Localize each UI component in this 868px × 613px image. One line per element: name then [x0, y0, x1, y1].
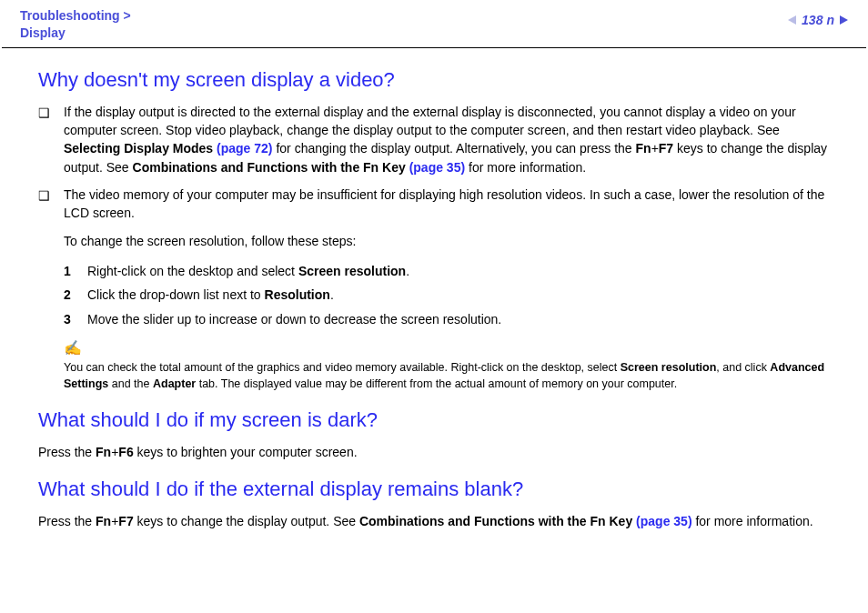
page-nav: 138 n	[788, 7, 848, 27]
text: .	[330, 287, 334, 302]
paragraph: Press the Fn+F6 keys to brighten your co…	[38, 443, 839, 461]
step-text: Move the slider up to increase or down t…	[87, 307, 839, 332]
list-item: 3 Move the slider up to increase or down…	[64, 307, 839, 332]
bullet-text: If the display output is directed to the…	[64, 103, 839, 176]
step-number: 1	[64, 259, 87, 284]
bold-text: Screen resolution	[298, 264, 406, 278]
bold-text: Selecting Display Modes	[64, 141, 217, 156]
key-f6: F6	[118, 445, 133, 459]
next-page-arrow-icon[interactable]	[840, 15, 848, 25]
text: Press the	[38, 445, 96, 459]
page-number: 138	[802, 13, 823, 27]
step-text: Right-click on the desktop and select Sc…	[87, 259, 839, 284]
text: for changing the display output. Alterna…	[273, 141, 636, 156]
breadcrumb-section: Troubleshooting >	[20, 8, 131, 23]
key-fn: Fn	[96, 445, 111, 459]
list-item: 2 Click the drop-down list next to Resol…	[64, 283, 839, 307]
list-item: ❑ The video memory of your computer may …	[38, 186, 839, 223]
text: Click the drop-down list next to	[87, 287, 265, 302]
note-icon-row: ✍	[64, 341, 839, 356]
page-header: Troubleshooting > Display 138 n	[0, 0, 868, 47]
bold-text: Adapter	[153, 377, 196, 390]
text: Press the	[38, 514, 96, 528]
heading-dark: What should I do if my screen is dark?	[38, 408, 839, 432]
breadcrumb[interactable]: Troubleshooting > Display	[20, 7, 131, 42]
page-link-35[interactable]: (page 35)	[636, 514, 691, 528]
page-link-35[interactable]: (page 35)	[409, 160, 465, 175]
page-link-72[interactable]: (page 72)	[217, 141, 272, 156]
list-item: 1 Right-click on the desktop and select …	[64, 259, 839, 284]
key-f7: F7	[659, 141, 673, 156]
text: for more information.	[465, 160, 586, 175]
key-fn: Fn	[96, 514, 111, 528]
page-letter: n	[826, 13, 834, 27]
step-number: 3	[64, 307, 87, 332]
sub-text: To change the screen resolution, follow …	[64, 232, 839, 250]
prev-page-arrow-icon[interactable]	[788, 15, 796, 25]
bullet-icon: ❑	[38, 186, 64, 205]
text: keys to brighten your computer screen.	[134, 445, 358, 459]
paragraph: Press the Fn+F7 keys to change the displ…	[38, 512, 839, 530]
note-icon: ✍	[64, 341, 82, 356]
bold-text: Screen resolution	[621, 361, 717, 374]
step-text: Click the drop-down list next to Resolut…	[87, 283, 839, 307]
text: , and click	[716, 361, 770, 374]
bold-text: Combinations and Functions with the Fn K…	[359, 514, 636, 528]
numbered-list: 1 Right-click on the desktop and select …	[64, 259, 839, 332]
heading-external: What should I do if the external display…	[38, 477, 839, 501]
text: tab. The displayed value may be differen…	[196, 377, 677, 390]
bold-text: Combinations and Functions with the Fn K…	[133, 160, 409, 175]
bullet-text: The video memory of your computer may be…	[64, 186, 839, 223]
text: You can check the total amount of the gr…	[64, 361, 621, 374]
text: +	[651, 141, 659, 156]
text: .	[406, 264, 409, 278]
list-item: ❑ If the display output is directed to t…	[38, 103, 839, 176]
key-fn: Fn	[636, 141, 651, 156]
text: Right-click on the desktop and select	[87, 264, 298, 278]
heading-video: Why doesn't my screen display a video?	[38, 68, 839, 92]
document-page: Troubleshooting > Display 138 n Why does…	[0, 0, 868, 613]
page-content: Why doesn't my screen display a video? ❑…	[0, 48, 868, 531]
breadcrumb-page: Display	[20, 25, 66, 40]
text: keys to change the display output. See	[134, 514, 359, 528]
step-number: 2	[64, 283, 87, 307]
note-text: You can check the total amount of the gr…	[64, 359, 839, 392]
text: for more information.	[692, 514, 813, 528]
text: If the display output is directed to the…	[64, 105, 796, 137]
bold-text: Resolution	[265, 287, 330, 302]
bullet-icon: ❑	[38, 103, 64, 122]
text: and the	[108, 377, 153, 390]
key-f7: F7	[118, 514, 133, 528]
